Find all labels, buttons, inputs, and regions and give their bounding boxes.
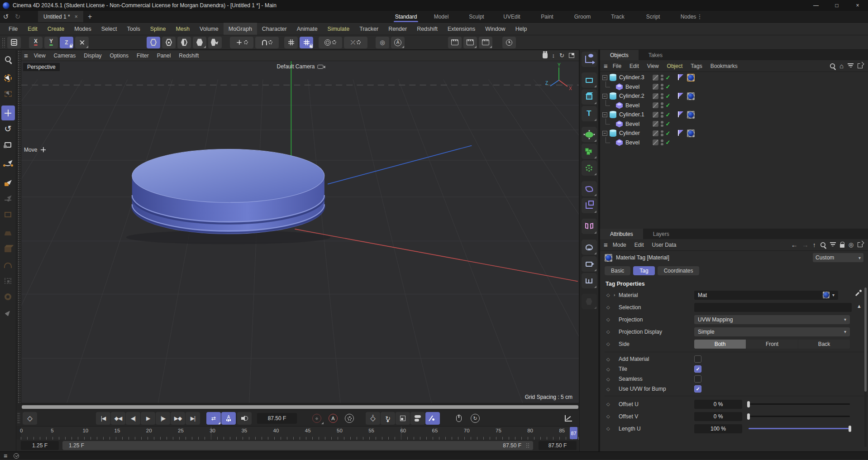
- object-name[interactable]: Bevel: [625, 102, 639, 109]
- loop-playback-button[interactable]: ⇄: [206, 412, 221, 425]
- camera-object-button[interactable]: [582, 256, 597, 272]
- volume-builder-button[interactable]: [582, 144, 597, 159]
- stage-object-button[interactable]: [582, 273, 597, 288]
- value-field[interactable]: 100 %: [694, 424, 742, 433]
- track-selection-icon[interactable]: ◎: [849, 241, 854, 248]
- material-tag-icon[interactable]: [687, 74, 695, 81]
- group-title[interactable]: Tag Properties: [600, 278, 868, 289]
- tab-takes[interactable]: Takes: [639, 50, 672, 60]
- phong-tag-icon[interactable]: [678, 93, 684, 99]
- key-diamond-icon[interactable]: ◇: [606, 292, 614, 297]
- edit-toggle-icon[interactable]: [653, 84, 658, 90]
- previous-key-button[interactable]: ◆◀: [111, 412, 125, 425]
- close-tab-icon[interactable]: ×: [75, 14, 78, 20]
- menu-redshift[interactable]: Redshift: [412, 23, 443, 35]
- range-start-field[interactable]: 1.25 F: [21, 441, 59, 450]
- bevel-tool-button[interactable]: [1, 226, 15, 241]
- object-row-cylinder-1[interactable]: − Cylinder.1 ✓: [600, 110, 868, 120]
- object-row-bevel[interactable]: − Bevel ✓: [600, 120, 868, 129]
- previous-frame-button[interactable]: ◀|: [126, 412, 140, 425]
- snap-settings-button[interactable]: [255, 37, 279, 48]
- edit-toggle-icon[interactable]: [653, 112, 658, 118]
- layout-tab-sculpt[interactable]: Sculpt: [459, 11, 494, 22]
- checkbox[interactable]: ✓: [694, 365, 701, 373]
- projection-dropdown[interactable]: UVW Mapping▾: [694, 315, 850, 324]
- camera-label[interactable]: Default Camera: [277, 63, 323, 70]
- om-hamburger-icon[interactable]: ≡: [604, 62, 608, 70]
- render-view-button[interactable]: [448, 37, 462, 48]
- vp-menu-display[interactable]: Display: [80, 53, 105, 59]
- menu-spline[interactable]: Spline: [145, 23, 171, 35]
- key-position-button[interactable]: ◇+: [366, 412, 380, 425]
- visibility-dots[interactable]: [661, 130, 663, 136]
- edit-toggle-icon[interactable]: [653, 102, 658, 108]
- enabled-check-icon[interactable]: ✓: [666, 102, 671, 109]
- history-button[interactable]: [502, 37, 516, 48]
- object-row-bevel[interactable]: − Bevel ✓: [600, 101, 868, 110]
- bend-deformer-button[interactable]: [582, 181, 597, 196]
- go-to-end-button[interactable]: ▶|: [186, 412, 200, 425]
- key-diamond-icon[interactable]: ◇: [606, 357, 614, 362]
- menu-file[interactable]: File: [4, 23, 23, 35]
- om-menu-view[interactable]: View: [643, 63, 663, 69]
- expander-icon[interactable]: −: [602, 112, 607, 117]
- maximize-button[interactable]: □: [826, 0, 847, 11]
- menu-animate[interactable]: Animate: [292, 23, 323, 35]
- coordinate-system-button[interactable]: [75, 37, 89, 48]
- annotation-button[interactable]: A: [391, 37, 405, 48]
- checkbox[interactable]: ✓: [694, 385, 701, 393]
- vp-menu-filter[interactable]: Filter: [133, 53, 153, 59]
- material-tag-icon[interactable]: [687, 111, 695, 119]
- object-row-cylinder-3[interactable]: − Cylinder.3 ✓: [600, 73, 868, 82]
- key-diamond-icon[interactable]: ◇: [606, 426, 614, 431]
- menu-volume[interactable]: Volume: [195, 23, 224, 35]
- axis-object-button[interactable]: [582, 52, 597, 67]
- menu-create[interactable]: Create: [43, 23, 70, 35]
- spline-settings-button[interactable]: [319, 37, 342, 48]
- enabled-check-icon[interactable]: ✓: [666, 93, 671, 100]
- key-parameters-button[interactable]: [410, 412, 425, 425]
- selection-drop-icon[interactable]: ▲: [857, 303, 862, 309]
- expander-icon[interactable]: −: [602, 94, 607, 99]
- tab-layers[interactable]: Layers: [643, 229, 679, 239]
- keyframe-button[interactable]: ◇: [23, 412, 37, 425]
- selection-field[interactable]: [694, 303, 852, 312]
- generator-button[interactable]: [582, 160, 597, 176]
- lathe-generator-button[interactable]: [582, 127, 597, 142]
- texture-mode-button[interactable]: [208, 37, 222, 48]
- enabled-check-icon[interactable]: ✓: [666, 111, 671, 118]
- spline-pen-button[interactable]: [1, 156, 15, 171]
- sound-button[interactable]: [237, 412, 252, 425]
- attribute-scrollbar[interactable]: [864, 288, 867, 447]
- tab-objects[interactable]: Objects: [600, 50, 639, 60]
- key-rotation-button[interactable]: ↻◆: [381, 412, 395, 425]
- key-diamond-icon[interactable]: ◇: [606, 414, 614, 419]
- search-icon[interactable]: [830, 63, 835, 68]
- visibility-dots[interactable]: [661, 112, 663, 118]
- attr-menu-mode[interactable]: Mode: [609, 242, 630, 248]
- slider[interactable]: [749, 403, 850, 405]
- object-name[interactable]: Bevel: [625, 121, 639, 127]
- visibility-dots[interactable]: [661, 102, 663, 108]
- enabled-check-icon[interactable]: ✓: [666, 83, 671, 90]
- section-tab-basic[interactable]: Basic: [605, 266, 630, 275]
- edit-toggle-icon[interactable]: [653, 139, 658, 145]
- quantize-button[interactable]: [300, 37, 313, 48]
- projection-display-dropdown[interactable]: Simple▾: [694, 327, 850, 336]
- next-key-button[interactable]: ▶◆: [171, 412, 185, 425]
- viewport-canvas[interactable]: Perspective Default Camera Move: [21, 61, 579, 403]
- history-back-icon[interactable]: ←: [791, 241, 798, 249]
- document-tab[interactable]: Untitled 1 * ×: [38, 11, 83, 22]
- cylinder-object-top[interactable]: [132, 149, 324, 203]
- render-to-picture-viewer-button[interactable]: [463, 37, 477, 48]
- current-frame-field[interactable]: 87.50 F: [257, 413, 297, 424]
- mouse-record-button[interactable]: [452, 412, 466, 425]
- attr-menu-user-data[interactable]: User Data: [648, 242, 680, 248]
- lock-x-axis-button[interactable]: X: [29, 37, 43, 48]
- grid-snap-button[interactable]: [284, 37, 298, 48]
- annotate-button[interactable]: [582, 294, 597, 309]
- model-mode-button[interactable]: [147, 37, 160, 48]
- key-diamond-icon[interactable]: ◇: [606, 387, 614, 392]
- vp-menu-options[interactable]: Options: [106, 53, 133, 59]
- enabled-check-icon[interactable]: ✓: [666, 139, 671, 146]
